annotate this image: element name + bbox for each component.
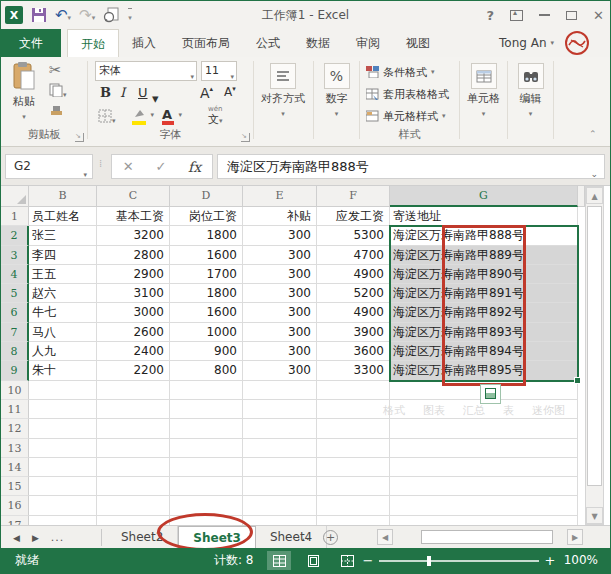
cell-F16[interactable] <box>317 496 390 515</box>
expand-formula-bar-icon[interactable]: ⌄ <box>590 163 598 186</box>
cell-F9[interactable]: 3300 <box>317 361 390 380</box>
scroll-down-icon[interactable]: ▼ <box>586 507 603 524</box>
format-painter-icon[interactable] <box>49 103 64 120</box>
row-header-5[interactable]: 5 <box>1 284 29 303</box>
cell-E10[interactable] <box>243 381 317 400</box>
cell-B1[interactable]: 员工姓名 <box>29 207 97 226</box>
underline-button[interactable]: U <box>138 85 148 100</box>
row-header-13[interactable]: 13 <box>1 439 29 458</box>
cell-E9[interactable]: 300 <box>243 361 317 380</box>
cell-F8[interactable]: 3600 <box>317 342 390 361</box>
italic-button[interactable]: I <box>120 85 125 100</box>
cell-B2[interactable]: 张三 <box>29 226 97 245</box>
row-header-16[interactable]: 16 <box>1 496 29 515</box>
cell-G1[interactable]: 寄送地址 <box>390 207 578 226</box>
cell-D3[interactable]: 1600 <box>170 246 243 265</box>
cell-E6[interactable]: 300 <box>243 303 317 322</box>
ribbon-tab-1[interactable]: 开始 <box>67 29 119 57</box>
cell-B9[interactable]: 朱十 <box>29 361 97 380</box>
zoom-slider-thumb[interactable] <box>427 556 431 566</box>
cell-D13[interactable] <box>170 439 243 458</box>
increase-font-button[interactable]: A▴ <box>200 85 213 101</box>
scroll-left-icon[interactable]: ◀ <box>377 529 393 545</box>
cell-D11[interactable] <box>170 400 243 419</box>
cell-C15[interactable] <box>97 477 170 496</box>
user-account[interactable]: Tong An ▾ <box>499 29 554 57</box>
font-name-combo[interactable]: 宋体▾ <box>95 61 197 81</box>
scroll-right-icon[interactable]: ▶ <box>567 529 583 545</box>
row-header-8[interactable]: 8 <box>1 342 29 361</box>
cell-C17[interactable] <box>97 516 170 525</box>
cell-G14[interactable] <box>390 458 578 477</box>
vertical-scrollbar[interactable]: ▲ ▼ <box>585 186 604 525</box>
cell-C1[interactable]: 基本工资 <box>97 207 170 226</box>
cell-B13[interactable] <box>29 439 97 458</box>
cell-D7[interactable]: 1000 <box>170 323 243 342</box>
cell-D5[interactable]: 1800 <box>170 284 243 303</box>
paste-button[interactable]: 粘贴 ▾ <box>6 61 42 122</box>
cell-G16[interactable] <box>390 496 578 515</box>
cell-F4[interactable]: 4900 <box>317 265 390 284</box>
cell-F1[interactable]: 应发工资 <box>317 207 390 226</box>
collapse-ribbon-button[interactable]: ⌃ <box>589 129 597 139</box>
ribbon-tab-7[interactable]: 视图 <box>393 29 443 57</box>
cell-E14[interactable] <box>243 458 317 477</box>
format-as-table-button[interactable]: 套用表格格式 <box>366 85 449 103</box>
cell-F12[interactable] <box>317 419 390 438</box>
vertical-scrollbar-thumb[interactable] <box>587 206 602 486</box>
font-color-button[interactable]: A▾ <box>162 107 174 125</box>
row-header-4[interactable]: 4 <box>1 265 29 284</box>
bold-button[interactable]: B <box>100 85 111 100</box>
cell-C13[interactable] <box>97 439 170 458</box>
cell-C11[interactable] <box>97 400 170 419</box>
column-header-B[interactable]: B <box>29 186 97 207</box>
cell-F14[interactable] <box>317 458 390 477</box>
cell-B4[interactable]: 王五 <box>29 265 97 284</box>
cell-G7[interactable]: 海淀区万寿南路甲893号 <box>390 323 578 342</box>
name-box[interactable]: G2▾ <box>5 154 93 179</box>
horizontal-scrollbar-thumb[interactable] <box>421 530 553 544</box>
sheet-tab-sheet2[interactable]: Sheet2 <box>107 526 178 549</box>
row-header-15[interactable]: 15 <box>1 477 29 496</box>
cell-F11[interactable] <box>317 400 390 419</box>
cell-G4[interactable]: 海淀区万寿南路甲890号 <box>390 265 578 284</box>
cell-E2[interactable]: 300 <box>243 226 317 245</box>
cell-D6[interactable]: 1600 <box>170 303 243 322</box>
row-header-1[interactable]: 1 <box>1 207 29 226</box>
cell-B12[interactable] <box>29 419 97 438</box>
more-sheets-left[interactable]: ... <box>51 531 65 544</box>
cell-G15[interactable] <box>390 477 578 496</box>
cell-E1[interactable]: 补贴 <box>243 207 317 226</box>
normal-view-button[interactable] <box>267 551 291 570</box>
row-header-9[interactable]: 9 <box>1 361 29 380</box>
cell-G17[interactable] <box>390 516 578 525</box>
cell-G9[interactable]: 海淀区万寿南路甲895号 <box>390 361 578 380</box>
column-header-D[interactable]: D <box>170 186 243 207</box>
cell-F3[interactable]: 4700 <box>317 246 390 265</box>
zoom-out-button[interactable]: − <box>361 553 375 568</box>
cell-D12[interactable] <box>170 419 243 438</box>
cell-G3[interactable]: 海淀区万寿南路甲889号 <box>390 246 578 265</box>
formula-bar-splitter[interactable]: ⁞ <box>99 158 102 169</box>
font-dialog-launcher[interactable]: ↘ <box>241 133 250 142</box>
scroll-up-icon[interactable]: ▲ <box>586 187 603 204</box>
close-button[interactable]: ✕ <box>593 8 604 23</box>
cell-E16[interactable] <box>243 496 317 515</box>
cell-D16[interactable] <box>170 496 243 515</box>
cancel-entry-icon[interactable]: ✕ <box>123 159 134 174</box>
cell-E11[interactable] <box>243 400 317 419</box>
ribbon-tab-2[interactable]: 插入 <box>119 29 169 57</box>
cell-E4[interactable]: 300 <box>243 265 317 284</box>
cell-C2[interactable]: 3200 <box>97 226 170 245</box>
cell-D8[interactable]: 900 <box>170 342 243 361</box>
underline-dropdown[interactable]: ▾ <box>152 91 159 106</box>
cell-C14[interactable] <box>97 458 170 477</box>
ribbon-tab-3[interactable]: 页面布局 <box>169 29 243 57</box>
cell-E8[interactable]: 300 <box>243 342 317 361</box>
number-menu-button[interactable]: % 数字 ▾ <box>317 63 356 119</box>
cell-E7[interactable]: 300 <box>243 323 317 342</box>
cell-F6[interactable]: 4900 <box>317 303 390 322</box>
cell-D1[interactable]: 岗位工资 <box>170 207 243 226</box>
ribbon-tab-5[interactable]: 数据 <box>293 29 343 57</box>
cell-C8[interactable]: 2400 <box>97 342 170 361</box>
